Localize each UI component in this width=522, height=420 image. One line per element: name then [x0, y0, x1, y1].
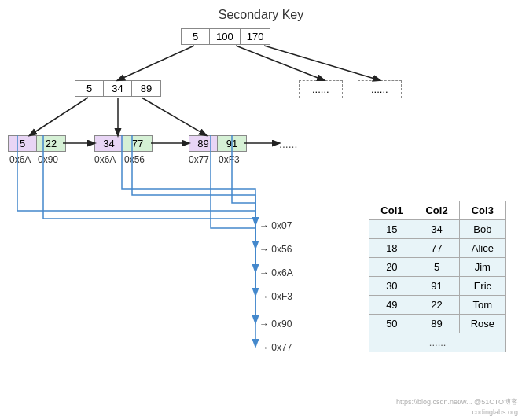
table-row: 20 5 Jim [369, 258, 506, 277]
r0c1: 34 [414, 220, 459, 239]
leaf1-sub1: 0x56 [124, 154, 145, 165]
leaf2-cell0: 89 [189, 136, 218, 151]
hex-0xF3: → 0xF3 [259, 291, 292, 302]
leaf-node-1: 34 77 [94, 135, 153, 152]
r1c2: Alice [459, 239, 505, 258]
leaf1-sub0: 0x6A [94, 154, 116, 165]
dashed-node-1: ...... [299, 80, 343, 98]
watermark-line1: https://blog.csdn.net/w... @51CTO博客 [396, 397, 518, 407]
dashed-node-2: ...... [358, 80, 402, 98]
r4c1: 22 [414, 296, 459, 315]
hex-0x90: → 0x90 [259, 319, 292, 330]
leaf2-sub0: 0x77 [189, 154, 209, 165]
col3-header: Col3 [459, 201, 505, 220]
hex-0x77: → 0x77 [259, 342, 292, 353]
l2-cell-1: 34 [104, 81, 132, 96]
l2-cell-0: 5 [75, 81, 104, 96]
dots-middle: ...... [279, 138, 297, 150]
r3c0: 30 [369, 277, 414, 296]
leaf2-sub1: 0xF3 [219, 154, 240, 165]
r1c1: 77 [414, 239, 459, 258]
table-dots: ...... [369, 333, 506, 352]
level2-node: 5 34 89 [75, 80, 161, 97]
table-row: 30 91 Eric [369, 277, 506, 296]
root-node: 5 100 170 [181, 28, 270, 45]
svg-line-5 [142, 98, 206, 135]
r2c0: 20 [369, 258, 414, 277]
svg-line-0 [118, 46, 194, 80]
root-cell-1: 100 [210, 29, 241, 44]
r1c0: 18 [369, 239, 414, 258]
svg-line-1 [236, 46, 324, 80]
r0c0: 15 [369, 220, 414, 239]
table-dots-row: ...... [369, 333, 506, 352]
r3c2: Eric [459, 277, 505, 296]
l2-cell-2: 89 [132, 81, 160, 96]
leaf2-cell1: 91 [218, 136, 246, 151]
table-row: 18 77 Alice [369, 239, 506, 258]
leaf0-sub1: 0x90 [38, 154, 58, 165]
r3c1: 91 [414, 277, 459, 296]
hex-0x6A: → 0x6A [259, 267, 293, 278]
root-cell-2: 170 [241, 29, 270, 44]
leaf0-cell0: 5 [9, 136, 37, 151]
svg-line-3 [30, 98, 88, 135]
root-cell-0: 5 [182, 29, 210, 44]
table-row: 15 34 Bob [369, 220, 506, 239]
r2c2: Jim [459, 258, 505, 277]
main-canvas: Secondary Key 5 100 170 5 34 89 ...... .… [0, 0, 522, 420]
col2-header: Col2 [414, 201, 459, 220]
data-table: Col1 Col2 Col3 15 34 Bob 18 77 Alice 20 … [369, 201, 506, 352]
table-row: 50 89 Rose [369, 315, 506, 333]
r5c1: 89 [414, 315, 459, 333]
r5c0: 50 [369, 315, 414, 333]
r4c0: 49 [369, 296, 414, 315]
col1-header: Col1 [369, 201, 414, 220]
r5c2: Rose [459, 315, 505, 333]
r0c2: Bob [459, 220, 505, 239]
r2c1: 5 [414, 258, 459, 277]
table-row: 49 22 Tom [369, 296, 506, 315]
leaf0-sub0: 0x6A [9, 154, 31, 165]
watermark-line2: codinglabs.org [472, 408, 518, 416]
r4c2: Tom [459, 296, 505, 315]
leaf1-cell1: 77 [123, 136, 152, 151]
leaf-node-2: 89 91 [189, 135, 247, 152]
hex-0x56: → 0x56 [259, 244, 292, 255]
hex-0x07: → 0x07 [259, 220, 292, 231]
page-title: Secondary Key [0, 8, 522, 22]
leaf1-cell0: 34 [95, 136, 123, 151]
leaf-node-0: 5 22 [8, 135, 66, 152]
svg-line-2 [264, 46, 380, 80]
leaf0-cell1: 22 [37, 136, 65, 151]
